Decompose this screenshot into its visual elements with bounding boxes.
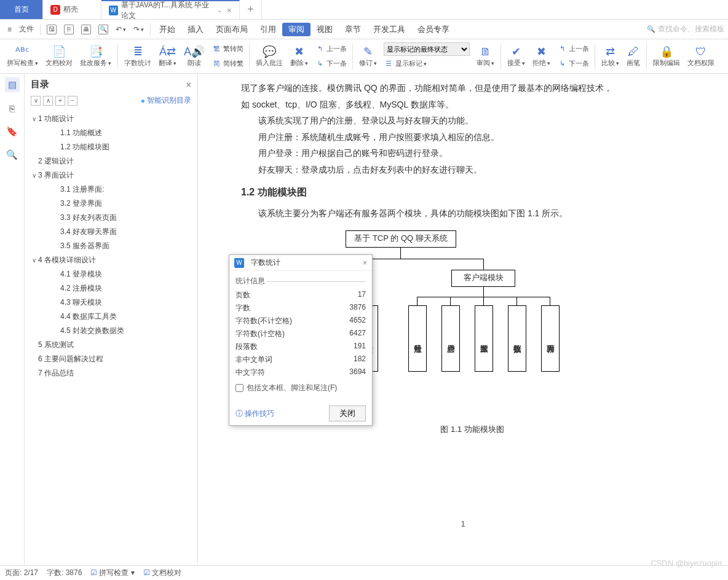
hamburger-icon[interactable]: ≡ <box>4 20 15 39</box>
menu-view[interactable]: 视图 <box>311 20 339 39</box>
tab-active-document[interactable]: W 基于JAVA的T...具系统 毕业论文 ⌄ × <box>101 0 240 19</box>
stats-table: 页数17字数3876字符数(不计空格)4652字符数(计空格)6427段落数19… <box>235 289 366 379</box>
reject-button[interactable]: ✖拒绝▾ <box>529 41 553 72</box>
outline-item[interactable]: ∨4 各模块详细设计 <box>25 253 197 267</box>
dialog-close-icon[interactable]: × <box>363 259 367 267</box>
show-marks-button[interactable]: ☰显示标记▾ <box>384 57 470 71</box>
tab-close-icon[interactable]: × <box>227 6 232 15</box>
doc-proof-button[interactable]: 📄文档校对 <box>42 41 76 72</box>
outline-item[interactable]: 3.3 好友列表页面 <box>25 211 197 225</box>
print-icon[interactable]: 🖶 <box>77 20 95 39</box>
outline-item[interactable]: 3.1 注册界面: <box>25 182 197 197</box>
brush-button[interactable]: 🖊画笔 <box>623 41 643 72</box>
search-icon[interactable]: 🔍 <box>5 147 20 162</box>
print-preview-icon[interactable]: 🔍 <box>95 20 112 39</box>
next-comment-button[interactable]: ↳下一条 <box>315 57 347 71</box>
outline-item[interactable]: ∨3 界面设计 <box>25 168 197 182</box>
outline-item[interactable]: 2 逻辑设计 <box>25 154 197 168</box>
undo-icon[interactable]: ↶▾ <box>112 20 130 39</box>
status-bar: 页面: 2/17 字数: 3876 ☑拼写检查 ▾ ☑文档校对 <box>0 565 728 580</box>
menu-layout[interactable]: 页面布局 <box>210 20 254 39</box>
redo-icon[interactable]: ↷▾ <box>130 20 148 39</box>
doc-permission-button[interactable]: 🛡文档权限 <box>684 41 718 72</box>
body-text: 现了多客户端的连接。模仿腾讯 QQ 的界面，功能相对简单，但是使用了最基本的网络… <box>241 80 703 96</box>
menu-start[interactable]: 开始 <box>153 20 181 39</box>
outline-item[interactable]: 4.1 登录模块 <box>25 267 197 281</box>
outline-item[interactable]: 7 作品总结 <box>25 366 197 380</box>
menu-review[interactable]: 审阅 <box>282 23 311 36</box>
stat-row: 字数3876 <box>235 302 366 315</box>
smart-outline-button[interactable]: 智能识别目录 <box>141 95 191 106</box>
expand-all-icon[interactable]: ∧ <box>43 96 53 106</box>
dialog-close-button[interactable]: 关闭 <box>329 406 366 421</box>
menubar: ≡ 文件 🖫 ⎘ 🖶 🔍 ↶▾ ↷▾ 开始 插入 页面布局 引用 审阅 视图 章… <box>0 20 728 39</box>
heading-1-2: 1.2 功能模块图 <box>241 183 703 202</box>
outline-item[interactable]: 3.2 登录界面 <box>25 197 197 211</box>
body-text: 该系统主要分为客户端还有服务器两个模块，具体的功能模块图如下图 1.1 所示。 <box>241 205 703 222</box>
track-changes-button[interactable]: ✎修订▾ <box>356 41 380 72</box>
menu-chapter[interactable]: 章节 <box>339 20 367 39</box>
outline-close-icon[interactable]: × <box>186 80 191 90</box>
diagram-c5: 聊天界面 <box>541 305 560 372</box>
status-proof[interactable]: ☑文档校对 <box>143 568 181 578</box>
tab-doke[interactable]: D稻壳 <box>43 0 101 19</box>
demote-icon[interactable]: − <box>68 96 77 106</box>
batch-correct-button[interactable]: 📑批改服务▾ <box>77 41 114 72</box>
left-sidebar: ▤ ⎘ 🔖 🔍 <box>0 74 25 565</box>
outline-list: ∨1 功能设计1.1 功能概述1.2 功能模块图2 逻辑设计∨3 界面设计3.1… <box>25 109 197 383</box>
command-search[interactable]: 查找命令、搜索模板 <box>647 24 724 34</box>
to-traditional-button[interactable]: 繁繁转简 <box>212 42 243 56</box>
menu-ref[interactable]: 引用 <box>254 20 282 39</box>
save-as-icon[interactable]: ⎘ <box>60 20 77 39</box>
outline-item[interactable]: 6 主要问题解决过程 <box>25 352 197 366</box>
prev-change-button[interactable]: ↰上一条 <box>557 42 589 56</box>
outline-item[interactable]: ∨1 功能设计 <box>25 112 197 126</box>
compare-button[interactable]: ⇄比较▾ <box>598 41 622 72</box>
translate-button[interactable]: Á⇄翻译▾ <box>156 41 180 72</box>
restrict-edit-button[interactable]: 🔒限制编辑 <box>650 41 683 72</box>
bookmark-icon[interactable]: 🔖 <box>5 124 20 139</box>
read-aloud-button[interactable]: A🔊朗读 <box>181 41 208 72</box>
promote-icon[interactable]: + <box>55 96 65 106</box>
new-tab-button[interactable]: + <box>240 0 262 19</box>
outline-item[interactable]: 3.4 好友聊天界面 <box>25 225 197 239</box>
dialog-title: 字数统计 <box>251 257 280 268</box>
word-count-button[interactable]: ≣字数统计 <box>121 41 154 72</box>
prev-comment-button[interactable]: ↰上一条 <box>315 42 347 56</box>
diagram-c2: 用户登录 <box>441 305 460 372</box>
operation-tips-link[interactable]: 操作技巧 <box>235 409 274 419</box>
spell-check-button[interactable]: ᴬᴮᶜ拼写检查▾ <box>4 41 41 72</box>
tab-home[interactable]: 首页 <box>0 0 43 19</box>
outline-item[interactable]: 1.2 功能模块图 <box>25 140 197 154</box>
save-icon[interactable]: 🖫 <box>43 20 60 39</box>
include-textbox-checkbox[interactable]: 包括文本框、脚注和尾注(F) <box>235 383 366 393</box>
status-page[interactable]: 页面: 2/17 <box>5 568 38 578</box>
menu-insert[interactable]: 插入 <box>181 20 210 39</box>
collapse-all-icon[interactable]: ∨ <box>31 96 41 106</box>
insert-comment-button[interactable]: 💬插入批注 <box>253 41 286 72</box>
outline-item[interactable]: 4.3 聊天模块 <box>25 296 197 310</box>
display-mode-select[interactable]: 显示标记的最终状态 <box>384 42 470 56</box>
outline-item[interactable]: 3.5 服务器界面 <box>25 239 197 253</box>
file-menu[interactable]: 文件 <box>15 20 38 39</box>
outline-icon[interactable]: ▤ <box>5 77 20 92</box>
menu-dev[interactable]: 开发工具 <box>367 20 411 39</box>
review-pane-button[interactable]: 🗎审阅▾ <box>473 41 497 72</box>
outline-item[interactable]: 4.4 数据库工具类 <box>25 310 197 324</box>
outline-item[interactable]: 1.1 功能概述 <box>25 126 197 140</box>
status-spell[interactable]: ☑拼写检查 ▾ <box>90 568 134 578</box>
thumbnail-icon[interactable]: ⎘ <box>5 101 20 116</box>
accept-button[interactable]: ✔接受▾ <box>504 41 528 72</box>
diagram-c1: 注册账号 <box>408 305 427 372</box>
next-change-button[interactable]: ↳下一条 <box>557 57 589 71</box>
page-number: 1 <box>198 519 728 528</box>
outline-item[interactable]: 4.2 注册模块 <box>25 281 197 296</box>
stat-row: 字符数(计空格)6427 <box>235 327 366 340</box>
outline-item[interactable]: 4.5 封装交换数据类 <box>25 324 197 338</box>
outline-item[interactable]: 5 系统测试 <box>25 338 197 352</box>
status-word-count[interactable]: 字数: 3876 <box>47 568 82 578</box>
menu-vip[interactable]: 会员专享 <box>411 20 456 39</box>
tab-dropdown-icon[interactable]: ⌄ <box>217 7 222 14</box>
to-simplified-button[interactable]: 简简转繁 <box>212 57 243 71</box>
delete-comment-button[interactable]: ✖删除▾ <box>287 41 311 72</box>
